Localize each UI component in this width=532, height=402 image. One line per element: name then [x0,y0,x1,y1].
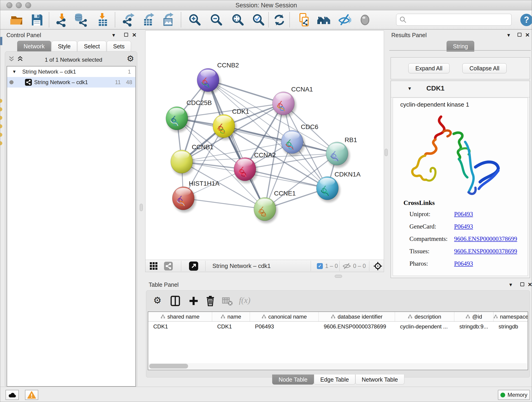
control-panel-close-icon[interactable]: ✕ [132,32,137,38]
table-panel-menu-icon[interactable]: ▾ [509,281,512,288]
save-session-icon[interactable] [30,13,44,27]
gear-icon[interactable]: ⚙ [127,54,134,64]
table-columns-icon[interactable] [170,295,180,306]
collapse-all-icon[interactable] [8,55,15,63]
open-session-icon[interactable] [9,13,24,27]
table-cell[interactable]: stringdb [494,323,528,330]
network-row-selected[interactable]: String Network – cdk1 11 48 [7,77,135,88]
refresh-icon[interactable] [272,13,287,27]
network-node-CCNE1[interactable] [254,197,278,223]
zoom-out-icon[interactable] [209,13,224,27]
results-panel-menu-icon[interactable]: ▾ [507,32,510,38]
collapse-triangle-icon[interactable]: ▼ [12,66,17,77]
zoom-in-icon[interactable] [188,13,202,27]
network-node-CCNA2[interactable] [234,157,258,183]
network-node-CDC25B[interactable] [166,107,190,132]
birdseye-view-icon[interactable] [189,262,198,271]
column-header-description[interactable]: description [395,312,454,321]
network-share-view-icon[interactable] [164,262,173,270]
tab-edge-table[interactable]: Edge Table [314,375,355,385]
network-node-RB1[interactable] [326,142,350,167]
collapse-all-button[interactable]: Collapse All [462,63,507,73]
network-node-CDKN1A[interactable] [317,177,340,202]
crosshair-icon[interactable] [373,262,382,271]
table-function-icon[interactable]: f(x) [239,295,250,305]
network-canvas[interactable]: CCNB2CCNA1CDC25BCDK1CDC6RB1CCNB1CCNA2CDK… [145,31,384,260]
tab-node-table[interactable]: Node Table [272,375,314,385]
horizontal-scrollbar[interactable] [149,363,527,369]
column-header-namespace[interactable]: namespace [494,312,528,321]
export-network-icon[interactable] [122,13,136,27]
table-delete-row-icon[interactable] [206,295,215,306]
results-panel-close-icon[interactable]: ✕ [525,32,530,38]
collapse-triangle-icon[interactable]: ▼ [407,86,412,91]
tab-network[interactable]: Network [17,41,51,51]
crosslink-link[interactable]: P06493 [454,260,473,267]
hidden-eye-slash-icon[interactable] [342,263,351,269]
help-icon[interactable]: ? [519,13,532,27]
column-header-label: description [414,313,441,320]
zoom-fit-icon[interactable] [231,13,245,27]
control-panel-float-icon[interactable] [124,33,128,37]
table-cell[interactable]: 9606.ENSP00000378699 [319,323,395,330]
control-panel-menu-icon[interactable]: ▾ [112,32,115,38]
import-table-file-icon[interactable] [95,13,110,27]
tab-string[interactable]: String [447,41,474,51]
export-image-icon[interactable] [161,13,175,27]
table-cell[interactable]: stringdb:9... [454,323,494,330]
table-gear-icon[interactable]: ⚙ [153,295,162,306]
search-input[interactable] [409,15,511,25]
table-cell[interactable]: CDK1 [148,323,212,330]
column-header-database-identifier[interactable]: database identifier [319,312,395,321]
tab-select[interactable]: Select [77,41,106,51]
tab-network-table[interactable]: Network Table [355,375,404,385]
table-cell[interactable]: P06493 [250,323,319,330]
home-icon[interactable] [317,13,331,27]
column-header-canonical-name[interactable]: canonical name [250,312,319,321]
selected-checkbox-icon[interactable]: ✓ [317,263,323,269]
eye-icon[interactable] [358,13,372,27]
memory-button[interactable]: Memory [498,390,530,400]
warning-button[interactable] [25,390,38,400]
table-cell[interactable]: cyclin-dependent ... [395,323,454,330]
splitter-handle-left[interactable] [140,204,143,211]
column-header-name[interactable]: name [212,312,250,321]
network-collection-row[interactable]: ▼ String Network – cdk1 1 [7,66,135,77]
column-header-shared-name[interactable]: shared name [148,312,212,321]
show-hide-icon[interactable] [337,13,352,27]
network-node-CDC6[interactable] [281,130,305,156]
crosslink-link[interactable]: 9606.ENSP00000378699 [454,235,517,242]
column-header-@id[interactable]: @id [454,312,494,321]
network-edge-CCNB2-CCNE1[interactable] [208,80,265,209]
table-panel-float-icon[interactable] [520,282,524,286]
crosslink-label: Pharos: [409,260,454,267]
tab-sets[interactable]: Sets [107,41,131,51]
crosslink-link[interactable]: 9606.ENSP00000378699 [454,248,517,255]
crosslink-link[interactable]: P06493 [454,211,473,218]
expand-all-button[interactable]: Expand All [408,63,450,73]
grid-view-icon[interactable] [150,262,158,270]
open-session-file-icon[interactable] [297,13,312,27]
network-node-CDK1[interactable] [213,114,236,140]
export-table-icon[interactable] [141,13,156,27]
results-panel-float-icon[interactable] [518,33,521,37]
expand-all-icon[interactable] [17,55,24,63]
tab-style[interactable]: Style [51,41,77,51]
table-row[interactable]: CDK1CDK1P064939606.ENSP00000378699cyclin… [148,322,528,332]
import-network-database-icon[interactable] [74,13,88,27]
network-node-CCNA1[interactable] [272,92,296,117]
network-node-HIST1H1A[interactable] [172,186,196,212]
scrollbar-thumb[interactable] [149,364,188,369]
crosslink-link[interactable]: P06493 [454,223,473,230]
table-add-icon[interactable] [189,296,199,306]
table-panel-close-icon[interactable]: ✕ [528,281,532,288]
splitter-handle-bottom[interactable] [335,275,342,278]
cloud-button[interactable] [6,390,19,400]
table-cell[interactable]: CDK1 [212,323,250,330]
protein-header-row[interactable]: ▼ CDK1 [391,81,530,97]
import-network-file-icon[interactable] [55,13,70,27]
zoom-selected-icon[interactable] [251,13,266,27]
table-destroy-icon[interactable] [222,297,233,306]
network-node-CCNB2[interactable] [197,68,221,94]
splitter-handle-right[interactable] [385,149,388,156]
